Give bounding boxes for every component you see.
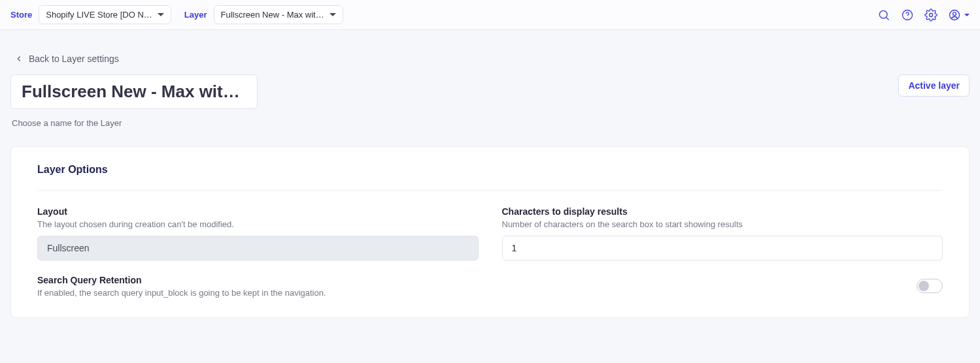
layer-label: Layer <box>184 10 207 20</box>
retention-label: Search Query Retention <box>37 275 906 285</box>
search-icon[interactable] <box>877 8 891 22</box>
layer-select[interactable]: Fullscreen New - Max wit… <box>214 5 343 24</box>
toggle-knob <box>919 281 929 291</box>
layer-select-value: Fullscreen New - Max wit… <box>221 10 324 20</box>
characters-input[interactable] <box>502 236 943 260</box>
retention-row: Search Query Retention If enabled, the s… <box>37 275 943 298</box>
characters-label: Characters to display results <box>502 206 943 217</box>
topbar: Store Shopify LIVE Store [DO N… Layer Fu… <box>0 0 980 30</box>
layer-name-helper: Choose a name for the Layer <box>12 118 970 128</box>
layout-desc: The layout chosen during creation can't … <box>37 219 479 229</box>
svg-point-5 <box>950 10 960 20</box>
characters-desc: Number of characters on the search box t… <box>502 219 943 229</box>
settings-icon[interactable] <box>924 8 938 22</box>
caret-down-icon <box>964 14 970 16</box>
layout-label: Layout <box>37 206 479 217</box>
active-layer-button[interactable]: Active layer <box>898 74 970 97</box>
topbar-left: Store Shopify LIVE Store [DO N… Layer Fu… <box>10 5 343 24</box>
layer-name-input[interactable] <box>10 74 258 109</box>
help-icon[interactable] <box>900 8 915 22</box>
back-link-label: Back to Layer settings <box>29 54 119 64</box>
account-menu[interactable] <box>947 8 970 22</box>
card-divider <box>37 190 943 191</box>
caret-down-icon <box>329 13 336 16</box>
caret-down-icon <box>158 13 164 16</box>
retention-text: Search Query Retention If enabled, the s… <box>37 275 906 298</box>
back-link[interactable]: Back to Layer settings <box>14 54 119 64</box>
card-title: Layer Options <box>37 164 943 176</box>
store-label: Store <box>10 10 32 20</box>
svg-point-4 <box>930 13 933 16</box>
store-select[interactable]: Shopify LIVE Store [DO N… <box>39 5 171 24</box>
svg-point-0 <box>879 10 887 18</box>
title-row: Active layer <box>10 74 970 109</box>
layer-options-card: Layer Options Layout The layout chosen d… <box>10 146 970 318</box>
retention-desc: If enabled, the search query input_block… <box>37 288 906 298</box>
characters-field: Characters to display results Number of … <box>502 206 943 260</box>
store-select-value: Shopify LIVE Store [DO N… <box>46 10 152 20</box>
options-row-1: Layout The layout chosen during creation… <box>37 206 943 260</box>
svg-point-3 <box>907 17 908 18</box>
svg-line-1 <box>887 17 889 20</box>
retention-toggle[interactable] <box>917 279 943 293</box>
chevron-left-icon <box>14 54 24 63</box>
page-body: Back to Layer settings Active layer Choo… <box>0 30 980 334</box>
layout-value: Fullscreen <box>37 236 479 260</box>
svg-point-6 <box>953 12 956 15</box>
topbar-right <box>877 8 970 22</box>
layout-field: Layout The layout chosen during creation… <box>37 206 479 260</box>
user-icon <box>947 8 962 22</box>
